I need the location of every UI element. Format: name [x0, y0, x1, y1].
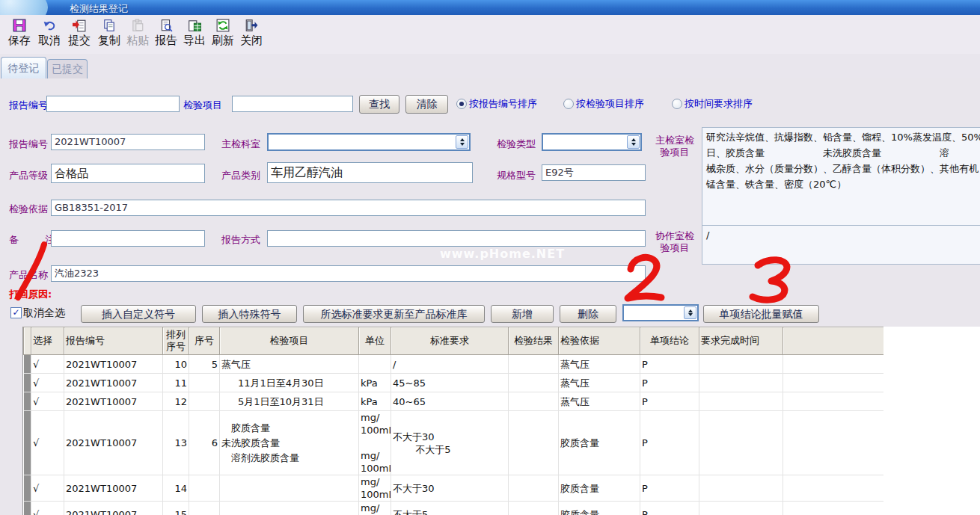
refresh-icon [216, 19, 230, 32]
test-type-select[interactable]: 委托检验 [542, 133, 642, 151]
tab-pending[interactable]: 待登记 [1, 57, 46, 78]
col-requirement[interactable]: 标准要求 [391, 327, 509, 355]
row-selected-check[interactable]: √ [31, 502, 64, 515]
find-button[interactable]: 查找 [359, 95, 399, 114]
search-report-no-label: 报告编号 [9, 99, 48, 112]
col-result[interactable]: 检验结果 [509, 327, 559, 355]
watermark: www.pHome.NET [440, 247, 565, 261]
product-grade-label: 产品等级 [9, 169, 48, 182]
table-row[interactable]: √ 2021WT10007 14 mg/ 100mL 不大于30 胶质含量 P [24, 475, 884, 502]
test-basis-label: 检验依据 [9, 203, 48, 216]
results-table: 选择 报告编号 排列序号 序号 检验项目 单位 标准要求 检验结果 检验依据 单… [22, 327, 883, 515]
search-item-label: 检验项目 [183, 99, 222, 112]
undo-icon [43, 19, 56, 32]
row-selected-check[interactable]: √ [31, 392, 64, 411]
export-icon [188, 19, 201, 32]
row-selected-check[interactable]: √ [31, 374, 64, 392]
spinner-icon[interactable] [684, 306, 696, 319]
col-unit[interactable]: 单位 [359, 327, 391, 355]
test-type-label: 检验类型 [497, 138, 536, 151]
test-result-registration-window: 检测结果登记 保存 取消 提交 复制 粘贴 报告 导出 [0, 0, 980, 515]
report-no-input[interactable]: 2021WT10007 [51, 134, 205, 150]
toolbar: 保存 取消 提交 复制 粘贴 报告 导出 刷新 [0, 15, 980, 55]
content-panel: 报告编号 检验项目 查找 清除 按报告编号排序 按检验项目排序 按时间要求排序 … [0, 78, 980, 515]
close-icon [245, 19, 258, 32]
table-row[interactable]: √ 2021WT10007 11 11月1日至4月30日 kPa 45~85 蒸… [24, 374, 884, 392]
insert-custom-symbol-button[interactable]: 插入自定义符号 [81, 305, 196, 323]
report-method-input[interactable] [267, 230, 646, 247]
report-no-label: 报告编号 [9, 138, 48, 151]
col-select[interactable]: 选择 [31, 327, 64, 355]
table-row[interactable]: √ 2021WT10007 15 mg/ 100mL 不大于5 胶质含量 P [24, 502, 884, 515]
report-method-label: 报告方式 [221, 233, 260, 247]
copy-button[interactable]: 复制 [94, 17, 124, 52]
col-order-no[interactable]: 排列序号 [163, 327, 189, 355]
sort-by-item-radio[interactable]: 按检验项目排序 [563, 97, 644, 111]
product-name-label: 产品名称 [9, 268, 48, 282]
clear-button[interactable]: 清除 [405, 95, 448, 114]
search-item-input[interactable] [232, 96, 353, 112]
col-report-no[interactable]: 报告编号 [64, 327, 163, 355]
radio-icon [672, 99, 682, 109]
tab-submitted[interactable]: 已提交 [47, 59, 88, 78]
table-row[interactable]: √ 2021WT10007 13 6 胶质含量 未洗胶质含量 溶剂洗胶质含量 m… [24, 411, 884, 475]
col-seq[interactable]: 序号 [189, 327, 220, 355]
reject-reason-label: 打回原因: [9, 288, 52, 301]
main-dept-label: 主检科室 [221, 138, 260, 151]
test-basis-input[interactable]: GB18351-2017 [51, 200, 646, 216]
refresh-button[interactable]: 刷新 [208, 17, 238, 52]
product-category-label: 产品类别 [221, 169, 260, 182]
batch-assign-button[interactable]: 单项结论批量赋值 [703, 305, 819, 323]
conclusion-select[interactable]: P [622, 304, 699, 321]
select-all-label: 取消全选 [23, 306, 65, 320]
search-report-no-input[interactable] [46, 96, 180, 112]
tab-strip: 待登记 已提交 [0, 54, 980, 79]
col-basis[interactable]: 检验依据 [559, 327, 640, 355]
window-title: 检测结果登记 [70, 2, 128, 15]
row-selected-check[interactable]: √ [31, 411, 64, 475]
product-name-input[interactable]: 汽油2323 [51, 265, 646, 282]
spinner-icon[interactable] [456, 135, 468, 149]
table-row[interactable]: √ 2021WT10007 10 5 蒸气压 / 蒸气压 P [24, 355, 884, 374]
row-gutter-header [24, 327, 31, 355]
insert-special-symbol-button[interactable]: 插入特殊符号 [202, 305, 297, 323]
add-button[interactable]: 新增 [491, 305, 554, 323]
table-row[interactable]: √ 2021WT10007 12 5月1日至10月31日 kPa 40~65 蒸… [24, 392, 884, 411]
spec-model-label: 规格型号 [497, 169, 536, 182]
report-button[interactable]: 报告 [151, 17, 181, 52]
table-right-filler [883, 327, 980, 515]
delete-button[interactable]: 删除 [560, 305, 616, 323]
radio-icon [563, 99, 574, 109]
col-due[interactable]: 要求完成时间 [699, 327, 783, 355]
col-item[interactable]: 检验项目 [220, 327, 359, 355]
close-button[interactable]: 关闭 [236, 17, 266, 52]
update-standard-button[interactable]: 所选标准要求更新至产品标准库 [303, 305, 485, 323]
undo-button[interactable]: 取消 [34, 17, 64, 52]
report-icon [159, 19, 173, 32]
sort-by-time-radio[interactable]: 按时间要求排序 [672, 97, 753, 111]
col-conclusion[interactable]: 单项结论 [640, 327, 699, 355]
remark-input[interactable] [51, 230, 205, 247]
main-items-label: 主检室检验项目 [652, 135, 697, 158]
save-button[interactable]: 保存 [4, 17, 34, 52]
main-dept-select[interactable]: 检验室 [267, 133, 471, 151]
spec-model-input[interactable]: E92号 [542, 164, 646, 181]
product-grade-input[interactable]: 合格品 [51, 164, 205, 183]
app-logo-icon [0, 0, 48, 15]
row-selected-check[interactable]: √ [31, 355, 64, 374]
col-filler [783, 327, 884, 355]
export-button[interactable]: 导出 [180, 17, 209, 52]
main-items-textarea[interactable]: 研究法辛烷值、抗爆指数、铅含量、馏程、10%蒸发温度、50%蒸 日、胶质含量 未… [702, 127, 980, 226]
radio-icon [456, 99, 467, 109]
select-all-checkbox[interactable]: ✓ [10, 307, 22, 318]
save-icon [13, 19, 26, 32]
copy-icon [102, 19, 116, 32]
sort-by-report-no-radio[interactable]: 按报告编号排序 [456, 97, 537, 111]
spinner-icon[interactable] [627, 135, 640, 149]
collab-items-label: 协作室检验项目 [652, 230, 697, 254]
row-selected-check[interactable]: √ [31, 475, 64, 502]
collab-items-textarea[interactable]: / [702, 225, 980, 265]
table-header-row: 选择 报告编号 排列序号 序号 检验项目 单位 标准要求 检验结果 检验依据 单… [24, 327, 884, 355]
product-category-input[interactable]: 车用乙醇汽油 [267, 162, 473, 183]
submit-button[interactable]: 提交 [64, 17, 94, 52]
